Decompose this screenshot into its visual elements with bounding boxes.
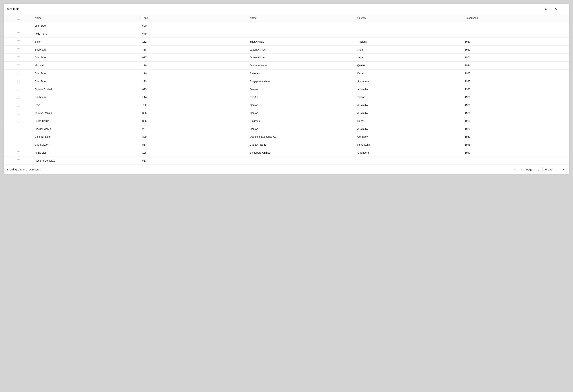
cell-airline-name: Qantas — [247, 125, 355, 133]
search-button[interactable] — [543, 6, 549, 12]
row-checkbox-cell — [4, 38, 32, 46]
row-checkbox-cell — [4, 53, 32, 61]
row-checkbox[interactable] — [17, 40, 20, 43]
row-checkbox-cell — [4, 149, 32, 157]
column-header-name[interactable]: Name — [32, 14, 140, 22]
cell-trips: 116 — [140, 69, 247, 77]
row-checkbox-cell — [4, 141, 32, 149]
cell-trips: 418 — [140, 46, 247, 54]
column-header-trips[interactable]: Trips — [140, 14, 247, 22]
cell-name: Ram — [32, 101, 140, 109]
cell-established: 1947 — [462, 149, 569, 157]
row-checkbox[interactable] — [17, 72, 20, 75]
table-row[interactable]: Juliette Goebel 673 Qantas Austrailia 19… — [4, 85, 569, 93]
cell-airline-name: Singapore Airlines — [247, 149, 355, 157]
cell-trips: 116 — [140, 61, 247, 69]
row-checkbox[interactable] — [17, 104, 20, 107]
cell-airline-name: Deutsche Lufthansa AG — [247, 133, 355, 141]
cell-airline-name: Qantas — [247, 85, 355, 93]
table-row[interactable]: John Doe 677 Japan Airlines Japan 1951 — [4, 53, 569, 61]
next-page-button[interactable] — [554, 167, 559, 172]
cell-country: Singapore — [354, 77, 462, 85]
row-checkbox[interactable] — [17, 48, 20, 51]
cell-airline-name: Eva Air — [247, 93, 355, 101]
more-button[interactable] — [560, 6, 566, 12]
row-checkbox[interactable] — [17, 96, 20, 99]
cell-name: Fidelity Melvin — [32, 125, 140, 133]
table-row[interactable]: John Doe 500 — [4, 22, 569, 30]
table-row[interactable]: Electra Kaiser 399 Deutsche Lufthansa AG… — [4, 133, 569, 141]
table-row[interactable]: Michael 116 Quatar Airways Quatar 1994 — [4, 61, 569, 69]
cell-established: 1989 — [462, 93, 569, 101]
column-header-airline-name[interactable]: Name — [247, 14, 355, 22]
table-row[interactable]: John Doe 116 Emirates Dubai 1985 — [4, 69, 569, 77]
cell-country — [354, 157, 462, 165]
cell-trips: 649 — [140, 30, 247, 38]
cell-country: Austrailia — [354, 85, 462, 93]
prev-page-button[interactable] — [519, 167, 524, 172]
cell-name: Jacklyn Rankin — [32, 109, 140, 117]
row-checkbox[interactable] — [17, 136, 20, 138]
row-checkbox[interactable] — [17, 152, 20, 154]
table-row[interactable]: Fifine Lief 128 Singapore Airlines Singa… — [4, 149, 569, 157]
cell-airline-name: Quatar Airways — [247, 61, 355, 69]
table-scroll-container[interactable]: Name Trips Name Country Established John… — [4, 14, 569, 165]
row-checkbox[interactable] — [17, 56, 20, 59]
cell-airline-name: Emirates — [247, 117, 355, 125]
cell-trips: 366 — [140, 109, 247, 117]
row-checkbox-cell — [4, 125, 32, 133]
row-checkbox-cell — [4, 22, 32, 30]
first-page-button[interactable] — [512, 167, 518, 172]
filter-button[interactable] — [553, 6, 559, 12]
table-row[interactable]: Shubham 144 Eva Air Taiwan 1989 — [4, 93, 569, 101]
cell-country: Dubai — [354, 69, 462, 77]
cell-country: Austrailia — [354, 125, 462, 133]
cell-name: Hulda Harrie — [32, 117, 140, 125]
column-header-established[interactable]: Established — [462, 14, 569, 22]
table-row[interactable]: Hulda Harrie 886 Emirates Dubai 1985 — [4, 117, 569, 125]
cell-country: Japan — [354, 53, 462, 61]
cell-name: hello mello — [32, 30, 140, 38]
row-checkbox[interactable] — [17, 88, 20, 91]
data-table-card: Test table Name Trips — [4, 4, 569, 174]
cell-name: Juliette Goebel — [32, 85, 140, 93]
cell-airline-name: Emirates — [247, 69, 355, 77]
svg-marker-2 — [555, 8, 557, 10]
row-checkbox[interactable] — [17, 64, 20, 67]
row-checkbox[interactable] — [17, 80, 20, 83]
cell-country: Dubai — [354, 117, 462, 125]
table-row[interactable]: Roberta Domela1 513 — [4, 157, 569, 165]
cell-name: Roberta Domela1 — [32, 157, 140, 165]
cell-name: John Doe — [32, 77, 140, 85]
svg-point-3 — [562, 9, 562, 9]
cell-name: John Doe — [32, 22, 140, 30]
chevrons-left-icon — [514, 168, 517, 171]
cell-name: Fifine Lief — [32, 149, 140, 157]
table-row[interactable]: hello mello 649 — [4, 30, 569, 38]
last-page-button[interactable] — [561, 167, 566, 172]
table-row[interactable]: Fidelity Melvin 237 Qantas Austrailia 19… — [4, 125, 569, 133]
cell-established: 1960 — [462, 38, 569, 46]
table-row[interactable]: Smith 111 Thai Airways Thailand 1960 — [4, 38, 569, 46]
row-checkbox[interactable] — [17, 144, 20, 146]
table-row[interactable]: Shubham 418 Japan Airlines Japan 1951 — [4, 46, 569, 54]
cell-country: Singapore — [354, 149, 462, 157]
table-row[interactable]: Jacklyn Rankin 366 Qantas Austrailia 192… — [4, 109, 569, 117]
chevrons-right-icon — [562, 168, 565, 171]
row-checkbox[interactable] — [17, 112, 20, 115]
column-header-country[interactable]: Country — [354, 14, 462, 22]
cell-established: 1985 — [462, 117, 569, 125]
row-checkbox[interactable] — [17, 25, 20, 27]
select-all-checkbox[interactable] — [17, 17, 20, 19]
table-row[interactable]: Bria Sawyor 867 Cathay Pacific Hong Kong… — [4, 141, 569, 149]
row-checkbox[interactable] — [17, 33, 20, 35]
table-row[interactable]: Ram 782 Qantas Austrailia 1920 — [4, 101, 569, 109]
row-checkbox[interactable] — [17, 120, 20, 122]
row-checkbox[interactable] — [17, 128, 20, 130]
row-checkbox[interactable] — [17, 159, 20, 162]
table-title: Test table — [7, 7, 19, 11]
page-input[interactable] — [535, 167, 543, 172]
table-row[interactable]: John Doe 173 Singapore Airlines Singapor… — [4, 77, 569, 85]
row-checkbox-cell — [4, 109, 32, 117]
cell-established: 1951 — [462, 53, 569, 61]
